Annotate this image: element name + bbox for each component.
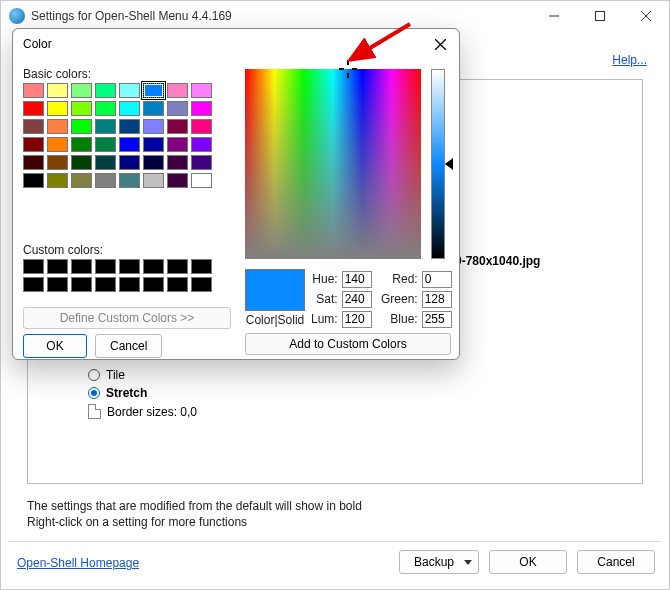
basic-swatch[interactable] <box>119 137 140 152</box>
basic-swatch[interactable] <box>143 101 164 116</box>
sat-input[interactable] <box>342 291 372 308</box>
maximize-button[interactable] <box>577 1 623 31</box>
basic-swatch[interactable] <box>23 101 44 116</box>
basic-swatch[interactable] <box>191 83 212 98</box>
define-custom-button[interactable]: Define Custom Colors >> <box>23 307 231 329</box>
basic-swatch[interactable] <box>119 101 140 116</box>
color-dialog-close-button[interactable] <box>429 33 451 55</box>
basic-colors-grid <box>23 83 212 188</box>
basic-swatch[interactable] <box>191 137 212 152</box>
basic-swatch[interactable] <box>23 137 44 152</box>
close-button[interactable] <box>623 1 669 31</box>
basic-swatch[interactable] <box>71 83 92 98</box>
color-ok-button[interactable]: OK <box>23 334 87 358</box>
basic-colors-label: Basic colors: <box>23 67 91 81</box>
basic-swatch[interactable] <box>95 83 116 98</box>
window-title: Settings for Open-Shell Menu 4.4.169 <box>31 9 232 23</box>
basic-swatch[interactable] <box>71 155 92 170</box>
basic-swatch[interactable] <box>95 101 116 116</box>
basic-swatch[interactable] <box>167 137 188 152</box>
basic-swatch[interactable] <box>71 101 92 116</box>
basic-swatch[interactable] <box>119 173 140 188</box>
color-preview <box>245 269 305 311</box>
hue-input[interactable] <box>342 271 372 288</box>
custom-swatch[interactable] <box>191 277 212 292</box>
basic-swatch[interactable] <box>191 101 212 116</box>
basic-swatch[interactable] <box>23 155 44 170</box>
basic-swatch[interactable] <box>95 137 116 152</box>
custom-swatch[interactable] <box>143 259 164 274</box>
basic-swatch[interactable] <box>95 173 116 188</box>
basic-swatch[interactable] <box>71 173 92 188</box>
custom-swatch[interactable] <box>143 277 164 292</box>
basic-swatch[interactable] <box>143 119 164 134</box>
basic-swatch[interactable] <box>143 83 164 98</box>
backup-button[interactable]: Backup <box>399 550 479 574</box>
color-dialog: Color Basic colors: Custom colors: Defin… <box>12 28 460 360</box>
border-sizes-row[interactable]: Border sizes: 0,0 <box>88 404 642 419</box>
basic-swatch[interactable] <box>47 137 68 152</box>
basic-swatch[interactable] <box>23 83 44 98</box>
border-sizes-label: Border sizes: 0,0 <box>107 405 197 419</box>
basic-swatch[interactable] <box>47 119 68 134</box>
basic-swatch[interactable] <box>191 173 212 188</box>
basic-swatch[interactable] <box>191 155 212 170</box>
basic-swatch[interactable] <box>119 83 140 98</box>
basic-swatch[interactable] <box>119 155 140 170</box>
chevron-down-icon <box>464 560 472 565</box>
ok-button[interactable]: OK <box>489 550 567 574</box>
basic-swatch[interactable] <box>167 83 188 98</box>
custom-swatch[interactable] <box>167 259 188 274</box>
color-dialog-title: Color <box>23 37 429 51</box>
custom-swatch[interactable] <box>47 259 68 274</box>
hue-sat-field[interactable] <box>245 69 421 259</box>
cancel-button[interactable]: Cancel <box>577 550 655 574</box>
custom-swatch[interactable] <box>167 277 188 292</box>
basic-swatch[interactable] <box>71 119 92 134</box>
custom-swatch[interactable] <box>71 259 92 274</box>
custom-swatch[interactable] <box>95 259 116 274</box>
custom-swatch[interactable] <box>23 277 44 292</box>
basic-swatch[interactable] <box>47 155 68 170</box>
basic-swatch[interactable] <box>47 101 68 116</box>
basic-swatch[interactable] <box>143 173 164 188</box>
help-link[interactable]: Help... <box>612 53 647 67</box>
custom-swatch[interactable] <box>95 277 116 292</box>
basic-swatch[interactable] <box>143 155 164 170</box>
basic-swatch[interactable] <box>47 173 68 188</box>
basic-swatch[interactable] <box>167 173 188 188</box>
minimize-button[interactable] <box>531 1 577 31</box>
green-input[interactable] <box>422 291 452 308</box>
footer-text: The settings that are modified from the … <box>27 498 362 530</box>
luminance-slider[interactable] <box>431 69 445 259</box>
red-input[interactable] <box>422 271 452 288</box>
add-custom-button[interactable]: Add to Custom Colors <box>245 333 451 355</box>
basic-swatch[interactable] <box>71 137 92 152</box>
basic-swatch[interactable] <box>95 155 116 170</box>
custom-swatch[interactable] <box>71 277 92 292</box>
basic-swatch[interactable] <box>191 119 212 134</box>
custom-swatch[interactable] <box>119 277 140 292</box>
lum-input[interactable] <box>342 311 372 328</box>
custom-swatch[interactable] <box>191 259 212 274</box>
basic-swatch[interactable] <box>23 119 44 134</box>
blue-input[interactable] <box>422 311 452 328</box>
radio-stretch[interactable]: Stretch <box>88 384 642 402</box>
basic-swatch[interactable] <box>23 173 44 188</box>
basic-swatch[interactable] <box>167 155 188 170</box>
basic-swatch[interactable] <box>95 119 116 134</box>
basic-swatch[interactable] <box>167 119 188 134</box>
custom-swatch[interactable] <box>119 259 140 274</box>
basic-swatch[interactable] <box>143 137 164 152</box>
basic-swatch[interactable] <box>167 101 188 116</box>
custom-swatch[interactable] <box>47 277 68 292</box>
basic-swatch[interactable] <box>47 83 68 98</box>
homepage-link[interactable]: Open-Shell Homepage <box>17 556 139 570</box>
basic-swatch[interactable] <box>119 119 140 134</box>
color-cancel-button[interactable]: Cancel <box>95 334 162 358</box>
color-solid-label: Color|Solid <box>245 313 305 327</box>
radio-tile[interactable]: Tile <box>88 366 642 384</box>
custom-swatch[interactable] <box>23 259 44 274</box>
radio-stretch-label: Stretch <box>106 386 147 400</box>
app-icon <box>9 8 25 24</box>
